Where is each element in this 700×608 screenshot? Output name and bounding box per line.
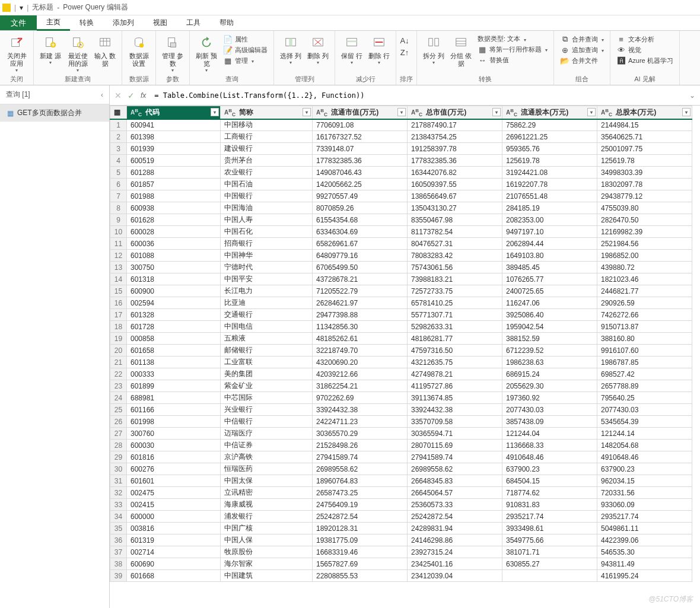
tab-help[interactable]: 帮助 — [210, 15, 243, 30]
cell[interactable]: 41195727.86 — [408, 380, 502, 392]
cell[interactable]: 30365594.71 — [408, 428, 502, 440]
table-row[interactable]: 38600690海尔智家15657827.6923425401.16630855… — [110, 558, 692, 570]
cell[interactable]: 26648345.83 — [408, 475, 502, 487]
cell[interactable]: 686915.24 — [502, 368, 597, 380]
data-type-button[interactable]: 数据类型: 文本 — [478, 34, 548, 43]
row-number[interactable]: 33 — [110, 499, 127, 511]
cell[interactable]: 601998 — [127, 416, 221, 428]
append-queries-button[interactable]: ⊕追加查询 — [560, 45, 604, 55]
cell[interactable]: 52982633.31 — [408, 321, 502, 333]
cell[interactable]: 80476527.31 — [408, 238, 502, 250]
cell[interactable]: 125619.78 — [597, 155, 692, 167]
cell[interactable]: 7706091.08 — [313, 119, 408, 131]
table-row[interactable]: 17601328交通银行29477398.8855771307.71392508… — [110, 309, 692, 321]
cell[interactable]: 中国人寿 — [221, 214, 313, 226]
cell[interactable]: 9916107.60 — [597, 345, 692, 356]
table-row[interactable]: 15600900长江电力71205522.7972572733.75240072… — [110, 285, 692, 297]
cell[interactable]: 9497197.10 — [502, 226, 597, 238]
table-row[interactable]: 7601988中国银行99270557.49138656649.67210765… — [110, 190, 692, 202]
cell[interactable]: 125619.78 — [502, 155, 597, 167]
cell[interactable]: 39113674.85 — [408, 392, 502, 404]
cell[interactable]: 中芯国际 — [221, 392, 313, 404]
cell[interactable]: 439880.72 — [597, 262, 692, 273]
cell[interactable]: 34998303.39 — [597, 167, 692, 179]
cell[interactable]: 21076551.48 — [502, 190, 597, 202]
cell[interactable]: 美的集团 — [221, 368, 313, 380]
row-number[interactable]: 28 — [110, 440, 127, 451]
row-number[interactable]: 10 — [110, 226, 127, 238]
cell[interactable]: 2935217.74 — [502, 511, 597, 523]
row-number[interactable]: 13 — [110, 262, 127, 273]
row-number[interactable]: 5 — [110, 167, 127, 179]
cell[interactable]: 2144984.15 — [597, 119, 692, 131]
cell[interactable] — [502, 570, 597, 582]
cell[interactable]: 47597316.50 — [408, 345, 502, 356]
cell[interactable]: 31862254.21 — [313, 380, 408, 392]
text-analytics-button[interactable]: ≡文本分析 — [616, 34, 673, 44]
cell[interactable]: 48185262.61 — [313, 333, 408, 345]
formula-commit-button[interactable]: ✓ — [128, 91, 135, 100]
cell[interactable]: 24224711.23 — [313, 416, 408, 428]
cell[interactable]: 26961221.25 — [502, 131, 597, 143]
keep-rows-button[interactable]: 保留 行 — [339, 33, 365, 66]
cell[interactable]: 9702262.69 — [313, 392, 408, 404]
filter-dropdown[interactable]: ▾ — [397, 108, 406, 116]
cell[interactable]: 33924432.38 — [408, 404, 502, 416]
cell[interactable]: 600690 — [127, 558, 221, 570]
cell[interactable]: 217887490.17 — [408, 119, 502, 131]
row-number[interactable]: 3 — [110, 143, 127, 155]
cell[interactable]: 116247.06 — [502, 297, 597, 309]
cell[interactable]: 601728 — [127, 321, 221, 333]
cell[interactable]: 600938 — [127, 202, 221, 214]
cell[interactable]: 18920128.31 — [313, 523, 408, 534]
table-row[interactable]: 4600519贵州茅台177832385.36177832385.3612561… — [110, 155, 692, 167]
cell[interactable]: 24146298.86 — [408, 534, 502, 546]
row-number[interactable]: 4 — [110, 155, 127, 167]
refresh-preview-button[interactable]: 刷新 预览 — [193, 33, 219, 74]
table-row[interactable]: 24688981中芯国际9702262.6939113674.85197360.… — [110, 392, 692, 404]
column-header[interactable]: ABC 总市值(万元)▾ — [408, 106, 502, 119]
table-row[interactable]: 16002594比亚迪26284621.9765781410.25116247.… — [110, 297, 692, 309]
cell[interactable]: 9150713.87 — [597, 321, 692, 333]
cell[interactable]: 601319 — [127, 534, 221, 546]
cell[interactable]: 比亚迪 — [221, 297, 313, 309]
row-number[interactable]: 1 — [110, 119, 127, 131]
cell[interactable]: 121244.04 — [502, 428, 597, 440]
cell[interactable]: 中国广核 — [221, 523, 313, 534]
cell[interactable]: 163442076.82 — [408, 167, 502, 179]
cell[interactable]: 1986852.00 — [597, 250, 692, 262]
table-row[interactable]: 21601138工业富联43200690.2043212635.75198623… — [110, 356, 692, 368]
cell[interactable]: 中国海油 — [221, 202, 313, 214]
table-row[interactable]: 28600030中信证券21528498.2628070115.69113666… — [110, 440, 692, 451]
table-row[interactable]: 9601628中国人寿61554354.6883550467.982082353… — [110, 214, 692, 226]
table-row[interactable]: 29601816京沪高铁27941589.7427941589.74491064… — [110, 451, 692, 463]
cell[interactable]: 33924432.38 — [313, 404, 408, 416]
cell[interactable]: 601816 — [127, 451, 221, 463]
filter-dropdown[interactable]: ▾ — [492, 108, 501, 116]
row-number[interactable]: 7 — [110, 190, 127, 202]
row-number[interactable]: 18 — [110, 321, 127, 333]
cell[interactable]: 959365.76 — [502, 143, 597, 155]
cell[interactable]: 601601 — [127, 475, 221, 487]
cell[interactable]: 2077430.03 — [597, 404, 692, 416]
table-row[interactable]: 22000333美的集团42039212.6642749878.21686915… — [110, 368, 692, 380]
cell[interactable]: 601318 — [127, 273, 221, 285]
cell[interactable]: 630855.27 — [502, 558, 597, 570]
cell[interactable]: 75862.29 — [502, 119, 597, 131]
tab-transform[interactable]: 转换 — [70, 15, 103, 30]
cell[interactable]: 698527.42 — [597, 368, 692, 380]
cell[interactable]: 601899 — [127, 380, 221, 392]
table-row[interactable]: 36601319中国人保19381775.0924146298.86354977… — [110, 534, 692, 546]
new-source-button[interactable]: 新建 源 — [37, 33, 63, 66]
cell[interactable]: 63346304.69 — [313, 226, 408, 238]
table-row[interactable]: 34600000浦发银行25242872.5425242872.54293521… — [110, 511, 692, 523]
formula-input[interactable] — [152, 89, 683, 102]
remove-rows-button[interactable]: 删除 行 — [366, 33, 392, 66]
cell[interactable]: 2935217.74 — [597, 511, 692, 523]
table-row[interactable]: 13300750宁德时代67065499.5075743061.56389485… — [110, 262, 692, 273]
enter-data-button[interactable]: 输入 数据 — [92, 33, 118, 69]
cell[interactable]: 943811.49 — [597, 558, 692, 570]
cell[interactable]: 684504.15 — [502, 475, 597, 487]
table-row[interactable]: 18601728中国电信11342856.3052982633.31195904… — [110, 321, 692, 333]
cell[interactable]: 16192207.78 — [502, 179, 597, 190]
